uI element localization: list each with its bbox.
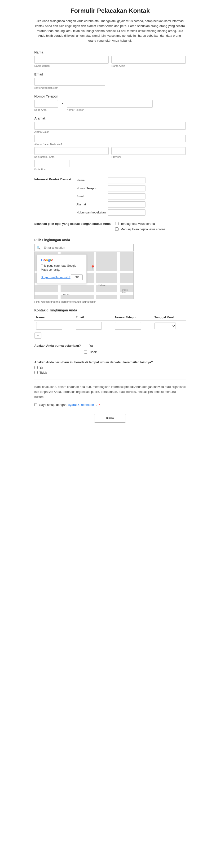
public-options: YaTidak [34,366,186,374]
kabupaten-col: Kabupaten / Kota [34,147,108,158]
contact-email-cell [74,320,113,331]
emergency-fields: Nama Nomor Telepon Email Alamat Hubungan… [76,176,186,217]
contacts-table-body [34,320,186,331]
provinsi-col: Provinsi [112,147,186,158]
alamat-jalan-input[interactable] [34,122,186,130]
google-error-popup: Google This page can't load Google Maps … [37,254,87,284]
emergency-row: Alamat [76,201,185,208]
intro-text: Jika Anda didiagnosa dengan virus corona… [34,19,186,43]
kodepos-hint: Kode Pos [34,168,70,171]
contacts-col-header-0: Nama [34,314,74,321]
agree-prefix: Saya setuju dengan [39,403,66,407]
privacy-section: Kami tidak akan, dalam keadaan apa pun, … [34,379,186,407]
alamat-label: Alamat [34,117,186,120]
do-you-own-link[interactable]: Do you own this website? [41,276,70,279]
emergency-input-4[interactable] [107,210,146,216]
job-option-0: Ya [84,344,96,347]
situation-option-label-1: Menunjukkan gejala virus corona [120,227,165,231]
env-search-input[interactable] [42,245,131,250]
emergency-input-2[interactable] [107,193,146,199]
email-col: contoh@contoh.com [34,78,186,89]
job-option-label-0: Ya [89,344,93,347]
nama-depan-input[interactable] [34,56,108,64]
phone-area-input[interactable] [34,100,58,108]
public-checkbox-0[interactable] [34,366,38,369]
public-section: Apakah Anda baru-baru ini berada di temp… [34,361,186,374]
nama-label: Nama [34,51,186,54]
map-label: 2nd Ave [98,284,106,286]
emergency-field-input-2 [107,193,185,200]
map-container: Tobacco Vape & Glass ■ 2nd Ave 2nd Ave 2… [34,252,134,299]
emergency-field-input-3 [107,201,185,208]
emergency-row: Nomor Telepon [76,185,185,192]
alamat-jalan2-input[interactable] [34,135,186,142]
job-checkbox-0[interactable] [84,344,87,347]
map-error-message: This page can't load Google Maps correct… [41,264,83,272]
google-logo: Google [41,258,83,262]
popup-footer: Do you own this website? OK [41,274,83,280]
contact-phone-input[interactable] [115,322,141,330]
job-option-1: Tidak [84,350,96,354]
contact-date-select[interactable] [155,322,176,329]
alamat-jalan2-hint: Alamat Jalan Baris Ke-2 [34,143,186,146]
phone-separator: - [61,100,64,105]
job-option-label-1: Tidak [89,350,96,354]
map-ok-button[interactable]: OK [71,274,83,280]
emergency-field-label-1: Nomor Telepon [76,185,107,192]
emergency-field-input-4 [107,209,185,216]
contacts-col-header-1: Email [74,314,113,321]
contacts-table: NamaEmailNomor TeleponTanggal Kont [34,314,186,331]
emergency-field-input-1 [107,185,185,192]
kodepos-input[interactable] [34,160,70,167]
email-input[interactable] [34,78,105,86]
submit-button[interactable]: Kirim [94,414,126,423]
env-contacts-label: Kontak di lingkungan Anda [34,308,186,312]
emergency-table: Nama Nomor Telepon Email Alamat Hubungan… [76,176,186,217]
phone-number-input[interactable] [67,100,153,108]
map-label: 3rd Ave [63,293,70,296]
job-checkbox-1[interactable] [84,350,87,353]
public-option-label-0: Ya [39,366,43,369]
map-road [94,252,96,299]
emergency-input-1[interactable] [107,185,146,191]
nama-section: Nama Nama Depan Nama Akhir [34,51,186,67]
alamat-jalan-hint: Alamat Jalan [34,130,186,133]
phone-number-col: Nomor Telepon [67,100,153,111]
env-section: Pilih Lingkungan Anda 🔍 Tobacco Vape & G… [34,238,186,303]
phone-section: Nomor Telepon Kode Area - Nomor Telepon [34,94,186,111]
agree-link[interactable]: syarat & ketentuan [68,403,94,407]
job-options: YaTidak [84,344,96,355]
nama-akhir-input[interactable] [112,56,186,64]
emergency-row: Hubungan kedekatan [76,209,185,216]
emergency-input-3[interactable] [107,202,146,208]
emergency-field-label-0: Nama [76,177,107,184]
kabupaten-input[interactable] [34,147,108,155]
contact-nama-input[interactable] [36,322,62,330]
situation-checkbox-1[interactable] [115,227,119,231]
nama-depan-col: Nama Depan [34,56,108,67]
phone-area-hint: Kode Area [34,108,58,111]
nama-akhir-hint: Nama Akhir [112,64,186,67]
public-checkbox-1[interactable] [34,371,38,374]
emergency-field-label-2: Email [76,193,107,200]
emergency-input-0[interactable] [107,177,146,183]
kodepos-col: Kode Pos [34,160,70,171]
contact-date-cell [153,320,186,331]
contact-email-input[interactable] [76,322,102,330]
add-row-button[interactable]: + [34,333,41,339]
email-label: Email [34,72,186,76]
contact-phone-cell [113,320,153,331]
env-contacts-section: Kontak di lingkungan Anda NamaEmailNomor… [34,308,186,339]
search-icon: 🔍 [36,246,40,250]
situation-options: Terdiagnosa virus coronaMenunjukkan geja… [115,222,186,233]
nama-akhir-col: Nama Akhir [112,56,186,67]
agree-checkbox[interactable] [34,403,37,406]
provinsi-input[interactable] [112,147,186,155]
provinsi-hint: Provinsi [112,155,186,158]
situation-checkbox-0[interactable] [115,222,119,225]
situation-option-1: Menunjukkan gejala virus corona [115,227,186,231]
email-section: Email contoh@contoh.com [34,72,186,89]
contact-nama-cell [34,320,74,331]
map-pin: 📍 [90,265,95,270]
public-option-0: Ya [34,366,186,369]
